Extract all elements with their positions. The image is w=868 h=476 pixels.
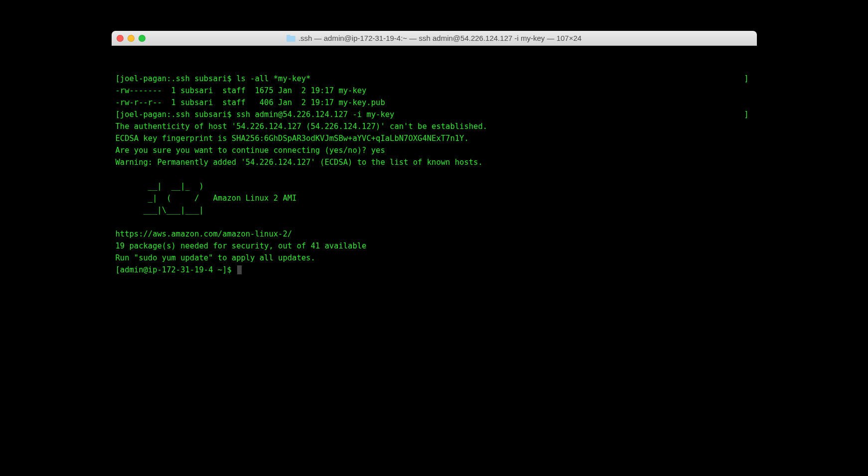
terminal-line: https://aws.amazon.com/amazon-linux-2/: [116, 228, 753, 240]
terminal-text: _| ( / Amazon Linux 2 AMI: [116, 194, 297, 203]
folder-icon: [287, 35, 295, 42]
terminal-text: [116, 170, 120, 179]
terminal-line: [joel-pagan:.ssh subsari$ ssh admin@54.2…: [116, 109, 753, 120]
terminal-text: Warning: Permanently added '54.226.124.1…: [116, 158, 483, 167]
terminal-line: __| __|_ ): [116, 180, 753, 192]
terminal-line: [116, 216, 753, 228]
right-bracket: ]: [744, 73, 748, 85]
window-title: .ssh — admin@ip-172-31-19-4:~ — ssh admi…: [298, 34, 581, 42]
terminal-text: -rw------- 1 subsari staff 1675 Jan 2 19…: [116, 86, 367, 95]
terminal-text: 19 package(s) needed for security, out o…: [116, 241, 367, 250]
cursor: [237, 265, 242, 274]
terminal-text: [joel-pagan:.ssh subsari$ ssh admin@54.2…: [116, 110, 395, 119]
terminal-text: [116, 218, 120, 227]
terminal-line: _| ( / Amazon Linux 2 AMI: [116, 192, 753, 204]
terminal-line: [116, 168, 753, 180]
terminal-line: 19 package(s) needed for security, out o…: [116, 240, 753, 252]
terminal-line: ECDSA key fingerprint is SHA256:6GhDSpAR…: [116, 132, 753, 144]
terminal-line: Are you sure you want to continue connec…: [116, 144, 753, 156]
terminal-text: -rw-r--r-- 1 subsari staff 406 Jan 2 19:…: [116, 98, 385, 107]
titlebar[interactable]: .ssh — admin@ip-172-31-19-4:~ — ssh admi…: [112, 31, 757, 46]
terminal-text: Run "sudo yum update" to apply all updat…: [116, 253, 315, 262]
terminal-text: [admin@ip-172-31-19-4 ~]$: [116, 265, 237, 274]
terminal-body[interactable]: [joel-pagan:.ssh subsari$ ls -all *my-ke…: [112, 46, 757, 345]
traffic-lights: [117, 35, 145, 42]
terminal-line: [admin@ip-172-31-19-4 ~]$: [116, 264, 753, 276]
terminal-text: __| __|_ ): [116, 182, 204, 191]
terminal-line: [joel-pagan:.ssh subsari$ ls -all *my-ke…: [116, 73, 753, 85]
terminal-text: ___|\___|___|: [116, 206, 204, 215]
terminal-line: Run "sudo yum update" to apply all updat…: [116, 252, 753, 264]
terminal-line: -rw------- 1 subsari staff 1675 Jan 2 19…: [116, 85, 753, 97]
terminal-text: https://aws.amazon.com/amazon-linux-2/: [116, 230, 292, 238]
terminal-line: The authenticity of host '54.226.124.127…: [116, 120, 753, 132]
terminal-text: [joel-pagan:.ssh subsari$ ls -all *my-ke…: [116, 74, 311, 83]
terminal-text: The authenticity of host '54.226.124.127…: [116, 122, 488, 131]
zoom-button[interactable]: [139, 35, 145, 42]
terminal-window: .ssh — admin@ip-172-31-19-4:~ — ssh admi…: [112, 31, 757, 345]
terminal-text: ECDSA key fingerprint is SHA256:6GhDSpAR…: [116, 134, 469, 143]
terminal-line: -rw-r--r-- 1 subsari staff 406 Jan 2 19:…: [116, 97, 753, 109]
close-button[interactable]: [117, 35, 124, 42]
window-title-wrap: .ssh — admin@ip-172-31-19-4:~ — ssh admi…: [287, 34, 581, 42]
minimize-button[interactable]: [128, 35, 135, 42]
terminal-line: ___|\___|___|: [116, 204, 753, 216]
right-bracket: ]: [744, 109, 748, 120]
terminal-line: Warning: Permanently added '54.226.124.1…: [116, 156, 753, 168]
terminal-text: Are you sure you want to continue connec…: [116, 146, 385, 155]
